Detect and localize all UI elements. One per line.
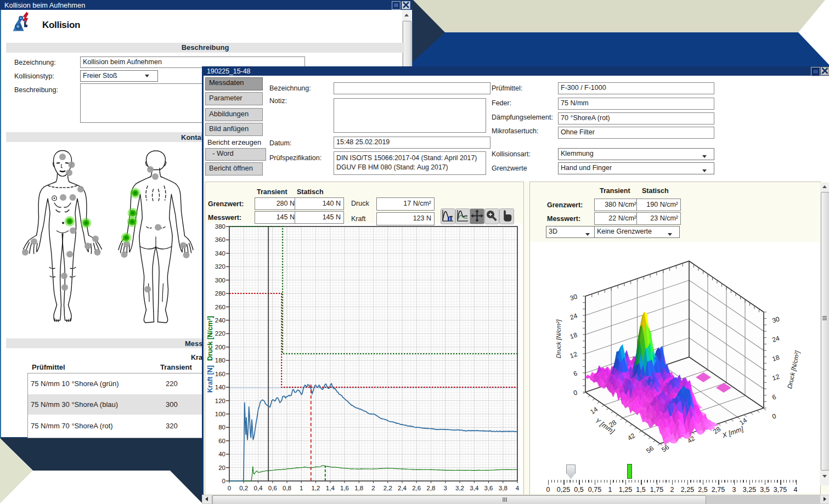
svg-text:0,2: 0,2 bbox=[239, 485, 248, 491]
svg-text:100: 100 bbox=[215, 411, 225, 417]
svg-text:140: 140 bbox=[215, 384, 225, 390]
svg-text:160: 160 bbox=[215, 371, 225, 377]
svg-text:1: 1 bbox=[300, 485, 303, 491]
svg-text:20: 20 bbox=[218, 465, 225, 471]
svg-text:260: 260 bbox=[215, 304, 225, 310]
svg-text:1,4: 1,4 bbox=[326, 485, 335, 491]
svg-text:40: 40 bbox=[218, 451, 225, 457]
svg-text:200: 200 bbox=[215, 344, 225, 350]
svg-text:360: 360 bbox=[215, 236, 225, 243]
svg-text:0,4: 0,4 bbox=[254, 485, 263, 491]
svg-text:0: 0 bbox=[228, 485, 231, 491]
svg-text:120: 120 bbox=[215, 398, 225, 404]
svg-text:2,6: 2,6 bbox=[412, 485, 421, 491]
svg-text:320: 320 bbox=[215, 263, 225, 270]
svg-text:3,6: 3,6 bbox=[484, 485, 493, 491]
svg-text:180: 180 bbox=[215, 357, 225, 364]
svg-text:340: 340 bbox=[215, 250, 225, 257]
svg-text:2,2: 2,2 bbox=[384, 485, 392, 491]
svg-text:3,2: 3,2 bbox=[455, 485, 464, 491]
svg-text:0,6: 0,6 bbox=[268, 485, 277, 491]
svg-text:0: 0 bbox=[222, 478, 225, 484]
svg-text:4: 4 bbox=[516, 485, 520, 491]
svg-text:Druck [N/cm²]: Druck [N/cm²] bbox=[555, 319, 562, 358]
svg-text:2,8: 2,8 bbox=[427, 485, 436, 491]
svg-text:0,8: 0,8 bbox=[283, 485, 291, 491]
svg-text:300: 300 bbox=[215, 277, 225, 284]
svg-text:1,6: 1,6 bbox=[340, 485, 349, 491]
svg-text:2: 2 bbox=[371, 485, 375, 491]
svg-text:1,8: 1,8 bbox=[354, 485, 363, 491]
svg-text:3: 3 bbox=[444, 485, 447, 491]
svg-text:3,4: 3,4 bbox=[470, 485, 479, 491]
svg-text:3,8: 3,8 bbox=[499, 485, 507, 491]
svg-text:2,4: 2,4 bbox=[398, 485, 407, 491]
svg-text:Kraft [N]: Kraft [N] bbox=[206, 365, 214, 393]
svg-text:80: 80 bbox=[218, 424, 225, 431]
svg-text:240: 240 bbox=[215, 317, 225, 324]
svg-text:1,2: 1,2 bbox=[312, 485, 320, 491]
svg-text:60: 60 bbox=[218, 438, 225, 444]
svg-text:Druck [N/cm²]: Druck [N/cm²] bbox=[206, 316, 214, 361]
svg-text:380: 380 bbox=[215, 223, 225, 230]
svg-text:220: 220 bbox=[215, 330, 225, 337]
svg-text:280: 280 bbox=[215, 290, 225, 297]
